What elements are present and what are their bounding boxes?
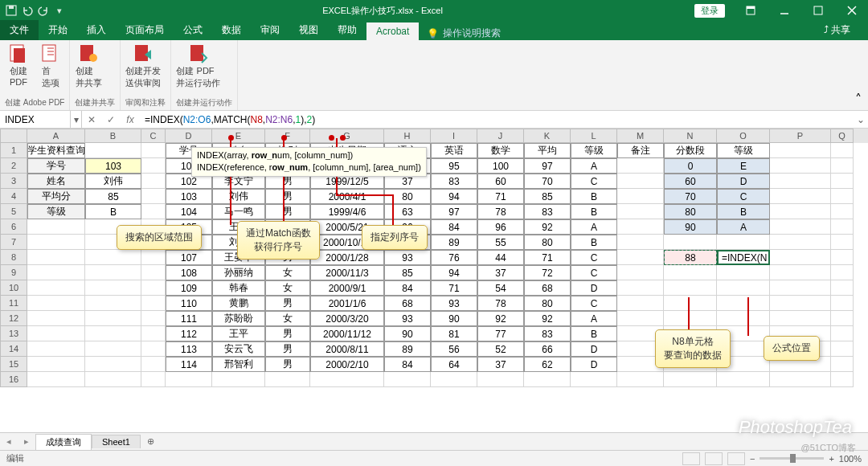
cell[interactable]: 平均 xyxy=(524,143,571,158)
col-header[interactable]: K xyxy=(524,129,571,143)
cell[interactable]: 韩春 xyxy=(212,280,265,296)
cell[interactable] xyxy=(27,311,85,326)
row-header[interactable]: 13 xyxy=(0,326,27,341)
cell[interactable] xyxy=(141,296,166,311)
cell[interactable]: C xyxy=(571,296,617,311)
cell[interactable] xyxy=(831,341,854,357)
cell[interactable]: B xyxy=(571,189,617,204)
cell[interactable]: 马一鸣 xyxy=(212,204,265,219)
formula-input[interactable]: =INDEX(N2:O6,MATCH(N8,N2:N6,1),2) xyxy=(140,114,854,125)
cell[interactable] xyxy=(141,357,166,372)
cell[interactable] xyxy=(717,265,770,280)
cell[interactable]: 103 xyxy=(85,158,141,174)
row-header[interactable]: 12 xyxy=(0,311,27,326)
row-header[interactable]: 1 xyxy=(0,143,27,158)
tab-review[interactable]: 审阅 xyxy=(251,20,289,40)
cell[interactable]: 80 xyxy=(524,235,571,250)
cell[interactable]: 男 xyxy=(265,189,310,204)
cell[interactable]: 等级 xyxy=(571,143,617,158)
cell[interactable]: 83 xyxy=(524,204,571,219)
page-break-view-icon[interactable] xyxy=(727,452,745,465)
cell[interactable] xyxy=(770,235,831,250)
qa-dropdown-icon[interactable]: ▾ xyxy=(53,4,66,17)
save-icon[interactable] xyxy=(5,4,18,17)
cell[interactable]: 60 xyxy=(664,174,717,189)
cell[interactable]: 93 xyxy=(384,311,431,326)
tab-help[interactable]: 帮助 xyxy=(328,20,366,40)
cell[interactable]: 66 xyxy=(524,341,571,357)
cell[interactable]: 78 xyxy=(477,204,524,219)
cell[interactable]: B xyxy=(571,235,617,250)
col-header[interactable]: H xyxy=(384,129,431,143)
cell[interactable]: 男 xyxy=(265,341,310,357)
tell-me-search[interactable]: 💡 操作说明搜索 xyxy=(427,27,501,40)
cell[interactable] xyxy=(617,189,664,204)
cell[interactable]: 97 xyxy=(431,204,477,219)
cell[interactable] xyxy=(141,143,166,158)
cell[interactable] xyxy=(27,296,85,311)
cell[interactable] xyxy=(717,372,770,387)
cell[interactable] xyxy=(717,296,770,311)
cell[interactable]: 1999/4/6 xyxy=(310,204,384,219)
cell[interactable] xyxy=(831,174,854,189)
col-header[interactable]: O xyxy=(717,129,770,143)
cell[interactable] xyxy=(831,265,854,280)
cell[interactable]: 63 xyxy=(384,204,431,219)
col-header[interactable]: Q xyxy=(831,129,854,143)
cell[interactable] xyxy=(141,158,166,174)
cell[interactable] xyxy=(770,372,831,387)
cell[interactable]: 2000/3/20 xyxy=(310,311,384,326)
cell[interactable]: 93 xyxy=(384,250,431,265)
cell[interactable]: 0 xyxy=(664,158,717,174)
cell[interactable]: 108 xyxy=(166,265,212,280)
cell[interactable] xyxy=(27,235,85,250)
cell[interactable]: 37 xyxy=(477,357,524,372)
cell[interactable]: 刘伟 xyxy=(212,189,265,204)
cell[interactable] xyxy=(831,219,854,235)
cell[interactable]: 64 xyxy=(431,357,477,372)
col-header[interactable]: N xyxy=(664,129,717,143)
cell[interactable]: 89 xyxy=(384,341,431,357)
row-header[interactable]: 14 xyxy=(0,341,27,357)
zoom-out-icon[interactable]: − xyxy=(750,454,755,464)
cell[interactable] xyxy=(141,372,166,387)
cell[interactable]: 62 xyxy=(524,357,571,372)
cell[interactable] xyxy=(831,372,854,387)
cell[interactable] xyxy=(85,280,141,296)
cell[interactable] xyxy=(310,372,384,387)
cell[interactable]: 2000/8/11 xyxy=(310,341,384,357)
tab-layout[interactable]: 页面布局 xyxy=(116,20,174,40)
cell[interactable] xyxy=(141,265,166,280)
cell[interactable] xyxy=(141,250,166,265)
share-button[interactable]: ⤴ 共享 xyxy=(814,20,860,40)
cell[interactable]: 84 xyxy=(384,357,431,372)
sheet-tab-active[interactable]: 成绩查询 xyxy=(35,434,92,450)
cell[interactable]: 等级 xyxy=(27,204,85,219)
cell[interactable]: 92 xyxy=(524,311,571,326)
cell[interactable]: 分数段 xyxy=(664,143,717,158)
cell[interactable]: 83 xyxy=(431,174,477,189)
cell[interactable] xyxy=(166,372,212,387)
cell[interactable]: 83 xyxy=(524,326,571,341)
cell[interactable] xyxy=(617,311,664,326)
cell[interactable] xyxy=(617,174,664,189)
cell[interactable]: 113 xyxy=(166,341,212,357)
col-header[interactable]: M xyxy=(617,129,664,143)
cell[interactable] xyxy=(770,296,831,311)
row-header[interactable]: 2 xyxy=(0,158,27,174)
cell[interactable] xyxy=(770,158,831,174)
cell[interactable]: 邢智利 xyxy=(212,357,265,372)
cell[interactable] xyxy=(212,372,265,387)
cell[interactable]: 114 xyxy=(166,357,212,372)
cell[interactable]: 84 xyxy=(431,219,477,235)
cell[interactable]: A xyxy=(571,311,617,326)
fx-icon[interactable]: fx xyxy=(121,114,140,125)
cell[interactable] xyxy=(617,204,664,219)
cell[interactable]: 85 xyxy=(524,189,571,204)
cell[interactable]: C xyxy=(717,189,770,204)
cell[interactable]: 男 xyxy=(265,204,310,219)
cell[interactable]: 男 xyxy=(265,296,310,311)
cell[interactable]: 男 xyxy=(265,326,310,341)
cell[interactable] xyxy=(664,296,717,311)
cell[interactable]: 72 xyxy=(524,265,571,280)
